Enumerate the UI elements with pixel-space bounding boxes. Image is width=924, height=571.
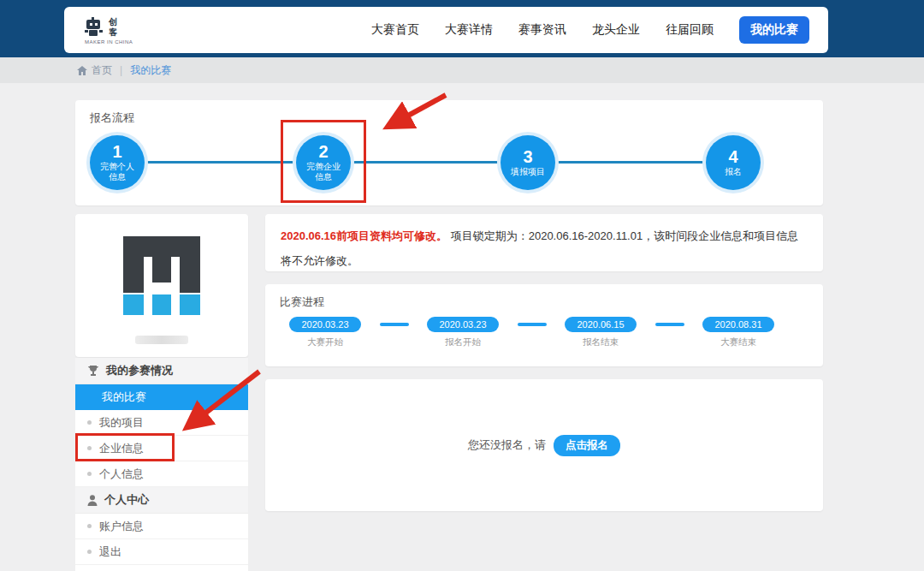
annotation-rect-company-info	[75, 433, 175, 461]
milestone-start: 2020.03.23 大赛开始	[289, 317, 361, 348]
milestone-label: 报名开始	[445, 336, 481, 348]
bullet-dot	[87, 472, 92, 476]
step-1-personal-info[interactable]: 1 完善个人信息	[90, 135, 145, 190]
logo-char-1: 创	[109, 17, 117, 27]
logo-caption: MAKER IN CHINA	[85, 39, 133, 45]
milestone-label: 大赛开始	[307, 336, 343, 348]
step-connector-1	[147, 161, 293, 164]
nav-details[interactable]: 大赛详情	[445, 22, 493, 38]
progress-title: 比赛进程	[280, 294, 324, 310]
bullet-dot	[87, 420, 92, 425]
trophy-icon	[87, 366, 99, 377]
step-4-signup[interactable]: 4 报名	[706, 135, 761, 190]
nav-enterprises[interactable]: 龙头企业	[592, 22, 640, 38]
not-registered-card: 您还没报名，请 点击报名	[265, 379, 823, 511]
milestone-date: 2020.03.23	[427, 317, 499, 332]
sidebar-item-logout[interactable]: 退出	[75, 539, 248, 565]
sidebar-item-my-competition[interactable]: 我的比赛	[75, 384, 248, 410]
step-connector-3	[558, 161, 703, 164]
not-registered-message: 您还没报名，请	[468, 437, 546, 453]
nav-news[interactable]: 赛事资讯	[518, 22, 566, 38]
sidebar-section-personal-center: 个人中心	[75, 487, 248, 514]
breadcrumb-separator: |	[120, 64, 122, 76]
milestone-dash	[380, 323, 409, 326]
competition-progress-card: 比赛进程 2020.03.23 大赛开始 2020.03.23 报名开始 202…	[265, 284, 823, 366]
site-header: 创 客 MAKER IN CHINA 大赛首页 大赛详情 赛事资讯 龙头企业 往…	[64, 7, 828, 53]
steps-title: 报名流程	[90, 110, 134, 126]
sidebar-menu: 我的参赛情况 我的比赛 我的项目 企业信息 个人信息 个人中心 账户信息 退出	[75, 358, 248, 571]
company-pixel-logo	[123, 236, 200, 315]
milestone-signup-close: 2020.06.15 报名结束	[565, 317, 637, 348]
site-logo[interactable]: 创 客 MAKER IN CHINA	[83, 16, 133, 45]
milestone-date: 2020.08.31	[702, 317, 774, 332]
home-icon	[77, 66, 87, 75]
nav-past[interactable]: 往届回顾	[666, 22, 714, 38]
milestone-dash	[655, 323, 684, 326]
user-icon	[87, 495, 98, 506]
sidebar-section-participation: 我的参赛情况	[75, 358, 248, 384]
sidebar-item-personal-info[interactable]: 个人信息	[75, 461, 248, 487]
milestone-dash	[518, 323, 547, 326]
milestone-signup-open: 2020.03.23 报名开始	[427, 317, 499, 348]
bullet-dot	[87, 550, 92, 554]
step-3-project[interactable]: 3 填报项目	[500, 135, 555, 190]
user-name-redacted	[135, 336, 188, 344]
milestone-date: 2020.06.15	[565, 317, 637, 332]
breadcrumb-home[interactable]: 首页	[77, 63, 112, 78]
sidebar-item-account-info[interactable]: 账户信息	[75, 514, 248, 539]
main-nav: 大赛首页 大赛详情 赛事资讯 龙头企业 往届回顾 我的比赛	[371, 16, 809, 44]
breadcrumb-current: 我的比赛	[130, 63, 171, 78]
milestone-label: 报名结束	[583, 336, 619, 348]
registration-steps-card: 报名流程 1 完善个人信息 2 完善企业信息 3 填报项目 4 报名	[75, 100, 823, 205]
breadcrumb: 首页 | 我的比赛	[0, 57, 924, 83]
step-connector-2	[353, 161, 498, 164]
milestone-end: 2020.08.31 大赛结束	[702, 317, 774, 348]
notice-card: 2020.06.16前项目资料均可修改。 项目锁定期为：2020.06.16-2…	[265, 214, 823, 271]
nav-my-competition-button[interactable]: 我的比赛	[739, 16, 809, 44]
milestone-label: 大赛结束	[720, 336, 756, 348]
logo-char-2: 客	[109, 27, 117, 38]
bullet-dot	[87, 524, 92, 528]
nav-home[interactable]: 大赛首页	[371, 22, 419, 38]
milestone-date: 2020.03.23	[289, 317, 361, 332]
click-to-register-button[interactable]: 点击报名	[554, 435, 620, 456]
notice-highlight: 2020.06.16前项目资料均可修改。	[281, 229, 447, 242]
robot-logo-icon	[83, 16, 105, 39]
profile-card	[75, 214, 248, 357]
annotation-rect-step-2	[281, 120, 366, 203]
sidebar-item-my-project[interactable]: 我的项目	[75, 410, 248, 436]
